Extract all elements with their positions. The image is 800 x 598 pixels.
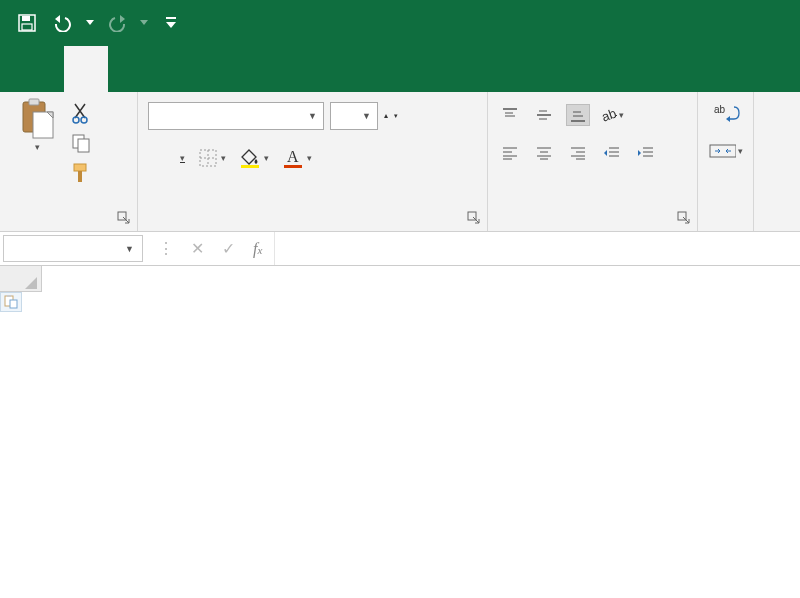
align-left-button[interactable] — [498, 142, 522, 164]
svg-rect-17 — [241, 165, 259, 168]
increase-font-button[interactable]: ▴ — [384, 112, 388, 121]
enter-icon[interactable]: ✓ — [222, 239, 235, 258]
merge-button[interactable]: ▾ — [709, 140, 743, 162]
font-launcher[interactable] — [467, 211, 481, 225]
select-all-corner[interactable] — [0, 266, 42, 292]
redo-dropdown[interactable] — [138, 8, 150, 38]
expand-formula-icon[interactable]: ⋮ — [158, 239, 173, 258]
ribbon: ▾ ▼ — [0, 92, 800, 232]
formula-bar: ▼ ⋮ ✕ ✓ fx — [0, 232, 800, 266]
align-middle-button[interactable] — [532, 104, 556, 126]
formula-input[interactable] — [275, 232, 800, 265]
font-name-combo[interactable]: ▼ — [148, 102, 324, 130]
svg-text:A: A — [287, 148, 299, 165]
cancel-icon[interactable]: ✕ — [191, 239, 204, 258]
chevron-down-icon: ▼ — [125, 244, 134, 254]
undo-dropdown[interactable] — [84, 8, 96, 38]
customize-qat-button[interactable] — [156, 8, 186, 38]
tab-file[interactable] — [20, 46, 64, 92]
svg-rect-10 — [78, 139, 89, 152]
tab-review[interactable] — [284, 46, 328, 92]
wrap-text-button[interactable]: ab — [709, 102, 743, 124]
tab-view[interactable] — [328, 46, 372, 92]
redo-button[interactable] — [102, 8, 132, 38]
svg-rect-6 — [33, 112, 53, 138]
fill-color-button[interactable]: ▾ — [240, 148, 269, 168]
clipboard-launcher[interactable] — [117, 211, 131, 225]
group-wrap: ab ▾ — [698, 92, 754, 231]
ribbon-tabs — [0, 46, 800, 92]
tab-data[interactable] — [240, 46, 284, 92]
align-bottom-button[interactable] — [566, 104, 590, 126]
group-clipboard-label — [10, 221, 127, 231]
save-button[interactable] — [12, 8, 42, 38]
tab-insert[interactable] — [108, 46, 152, 92]
chevron-down-icon: ▼ — [362, 111, 371, 121]
group-alignment-label — [498, 221, 687, 231]
svg-text:ab: ab — [714, 104, 726, 115]
undo-button[interactable] — [48, 8, 78, 38]
svg-point-7 — [73, 117, 79, 123]
svg-rect-1 — [22, 16, 30, 21]
cut-button[interactable] — [70, 102, 92, 124]
svg-rect-3 — [166, 17, 176, 19]
svg-point-8 — [81, 117, 87, 123]
svg-rect-19 — [284, 165, 302, 168]
font-color-button[interactable]: A▾ — [283, 148, 312, 168]
group-font-label — [148, 221, 477, 231]
paste-button[interactable]: ▾ — [10, 98, 64, 152]
name-box[interactable]: ▼ — [3, 235, 143, 262]
svg-rect-5 — [29, 99, 39, 105]
svg-rect-12 — [78, 171, 82, 182]
fx-icon[interactable]: fx — [253, 240, 262, 258]
decrease-font-button[interactable]: ▾ — [394, 112, 398, 120]
copy-button[interactable] — [70, 132, 92, 154]
svg-rect-51 — [710, 145, 736, 157]
svg-rect-2 — [22, 24, 32, 30]
spreadsheet-grid[interactable] — [0, 266, 800, 292]
decrease-indent-button[interactable] — [600, 142, 624, 164]
align-center-button[interactable] — [532, 142, 556, 164]
increase-indent-button[interactable] — [634, 142, 658, 164]
align-right-button[interactable] — [566, 142, 590, 164]
svg-rect-11 — [74, 164, 86, 171]
group-clipboard: ▾ — [0, 92, 138, 231]
group-alignment: ab▾ — [488, 92, 698, 231]
alignment-launcher[interactable] — [677, 211, 691, 225]
group-font: ▼ ▼ ▴ ▾ ▾ ▾ ▾ A▾ — [138, 92, 488, 231]
paste-options-button[interactable] — [0, 292, 22, 312]
orientation-button[interactable]: ab▾ — [600, 104, 624, 126]
paste-dropdown-icon[interactable]: ▾ — [35, 142, 40, 152]
chevron-down-icon: ▼ — [308, 111, 317, 121]
underline-button[interactable]: ▾ — [176, 153, 185, 163]
format-painter-button[interactable] — [70, 162, 92, 184]
tab-home[interactable] — [64, 46, 108, 92]
quick-access-toolbar — [0, 0, 800, 46]
svg-text:ab: ab — [600, 106, 617, 124]
svg-rect-54 — [10, 300, 17, 308]
tab-page-layout[interactable] — [152, 46, 196, 92]
svg-rect-53 — [7, 295, 11, 297]
align-top-button[interactable] — [498, 104, 522, 126]
tab-formulas[interactable] — [196, 46, 240, 92]
borders-button[interactable]: ▾ — [199, 149, 226, 167]
font-size-combo[interactable]: ▼ — [330, 102, 378, 130]
